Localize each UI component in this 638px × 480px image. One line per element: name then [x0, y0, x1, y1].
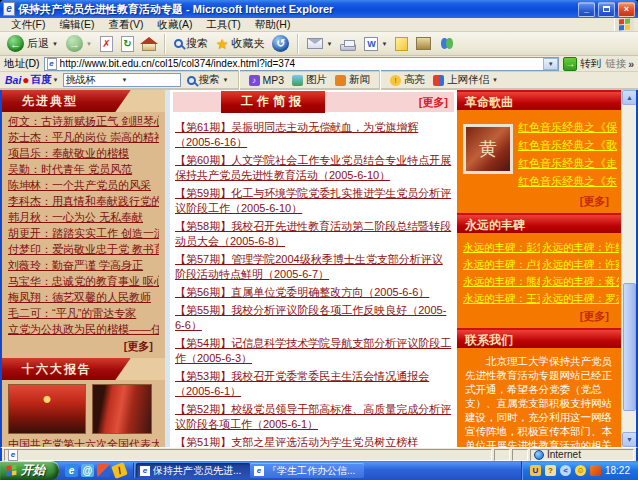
song-link[interactable]: 红色音乐经典之《东方红》 [518, 172, 617, 190]
mail-button[interactable]: ▼ [304, 37, 335, 50]
bulletin-link[interactable]: 【第54期】记信息科学技术学院导航支部分析评议阶段工作（2005-6-3） [175, 336, 452, 366]
address-dropdown-button[interactable]: ▼ [543, 58, 558, 70]
menu-edit[interactable]: 编辑(E) [52, 18, 101, 32]
baidu-images-button[interactable]: 图片 [290, 73, 329, 87]
back-dropdown-icon[interactable]: ▼ [52, 41, 58, 47]
advanced-model-link[interactable]: 陈坤林：一个共产党员的风采 [8, 179, 159, 192]
monument-link[interactable]: 永远的丰碑：许继慎 [542, 239, 619, 256]
baidu-query[interactable]: 挑战杯 [66, 73, 122, 87]
address-input[interactable]: e http://www.bit.edu.cn/col15/col374/ind… [44, 57, 560, 71]
menu-file[interactable]: 文件(F) [4, 18, 52, 32]
menu-view[interactable]: 查看(V) [101, 18, 150, 32]
research-button[interactable] [413, 36, 434, 51]
tray-app-icon[interactable] [590, 465, 601, 476]
baidu-news-button[interactable]: 新闻 [333, 73, 372, 87]
taskbar-task-active[interactable]: e 保持共产党员先进... [136, 463, 250, 478]
bulletin-link[interactable]: 【第56期】直属单位党委明确整改方向（2005-6-6） [175, 285, 452, 300]
song-link[interactable]: 红色音乐经典之《走进新时.. [518, 154, 617, 172]
edit-button[interactable]: W ▼ [361, 36, 390, 52]
baidu-search-input[interactable]: 挑战杯 ▼ [63, 73, 181, 87]
advanced-model-link[interactable]: 胡更开：踏踏实实工作 创造一流业绩 [8, 227, 159, 240]
baidu-input-dropdown-icon[interactable]: ▼ [122, 77, 178, 83]
bulletin-link[interactable]: 【第51期】支部之星评选活动为学生党员树立榜样（2005-5-31） [175, 435, 452, 447]
monument-link[interactable]: 永远的丰碑：彭雪枫 [463, 239, 540, 256]
restore-button[interactable] [598, 2, 615, 17]
bulletin-link[interactable]: 【第57期】管理学院2004级秋季博士生党支部分析评议阶段活动特点鲜明（2005… [175, 252, 452, 282]
monument-link[interactable]: 永远的丰碑：罗亦农 [542, 290, 619, 307]
home-button[interactable] [139, 36, 159, 52]
address-url[interactable]: http://www.bit.edu.cn/col15/col374/index… [60, 58, 295, 69]
bulletin-link[interactable]: 【第53期】我校召开党委常委民主生活会情况通报会（2005-6-1） [175, 369, 452, 399]
print-button[interactable] [337, 36, 359, 52]
monument-link[interactable]: 永远的丰碑：熊雄 [463, 273, 540, 290]
bulletin-more-link[interactable]: [更多] [419, 95, 448, 110]
companion-dropdown-icon[interactable]: ▼ [492, 77, 498, 83]
minimize-button[interactable]: _ [578, 2, 595, 17]
history-button[interactable]: ↺ [269, 34, 292, 53]
quicklaunch-outlook-icon[interactable]: @ [81, 464, 94, 477]
scroll-down-button[interactable]: ▼ [622, 432, 637, 447]
monument-link[interactable]: 永远的丰碑：许家朋 [542, 256, 619, 273]
advanced-model-link[interactable]: 苏士杰：平凡的岗位 崇高的精神 [8, 131, 159, 144]
tray-downloader-icon[interactable]: U [530, 465, 541, 476]
monument-link[interactable]: 永远的丰碑：卢德铭 [463, 256, 540, 273]
advanced-model-link[interactable]: 何文：古诗新赋扬正气 剑胆琴心映晚霞 [8, 115, 159, 128]
monument-link[interactable]: 永远的丰碑：蒋先云 [542, 273, 619, 290]
menu-help[interactable]: 帮助(H) [248, 18, 298, 32]
songs-more-link[interactable]: [更多] [457, 194, 609, 209]
menu-favorites[interactable]: 收藏(A) [150, 18, 199, 32]
baidu-logo-dropdown-icon[interactable]: ▼ [53, 77, 59, 83]
tray-smiley-icon[interactable]: ☺ [575, 465, 586, 476]
search-button[interactable]: 搜索 [171, 35, 211, 52]
baidu-highlight-button[interactable]: ! 高亮 [388, 73, 427, 87]
tray-help-icon[interactable]: ? [545, 465, 556, 476]
taskbar-clock[interactable]: 18:22 [605, 465, 630, 476]
quicklaunch-ie-icon[interactable]: e [65, 464, 78, 477]
advanced-model-link[interactable]: 马宝华：忠诚党的教育事业 呕心沥血五.. [8, 275, 159, 288]
edit-dropdown-icon[interactable]: ▼ [381, 41, 387, 47]
advanced-model-link[interactable]: 刘薇玲：勤奋严谨 学高身正 [8, 259, 159, 272]
go-button[interactable]: → 转到 [563, 57, 601, 71]
bulletin-link[interactable]: 【第60期】人文学院社会工作专业党员结合专业特点开展保持共产党员先进性教育活动（… [175, 153, 452, 183]
quicklaunch-messenger-icon[interactable] [97, 464, 110, 477]
baidu-logo[interactable]: Bai ● 百度 ▼ [5, 73, 59, 87]
mail-dropdown-icon[interactable]: ▼ [326, 41, 332, 47]
stop-button[interactable]: ✗ [97, 35, 116, 53]
song-link[interactable]: 红色音乐经典之《保卫黄河.. [518, 118, 617, 136]
menu-tools[interactable]: 工具(T) [199, 18, 247, 32]
bulletin-link[interactable]: 【第52期】校级党员领导干部高标准、高质量完成分析评议阶段各项工作（2005-6… [175, 402, 452, 432]
bulletin-link[interactable]: 【第58期】我校召开先进性教育活动第二阶段总结暨转段动员大会（2005-6-8） [175, 219, 452, 249]
advanced-model-link[interactable]: 梅凤翔：德艺双馨的人民教师 [8, 291, 159, 304]
baidu-search-dropdown-icon[interactable]: ▼ [223, 77, 229, 83]
advanced-model-link[interactable]: 付梦印：爱岗敬业忠于党 教书育人写青.. [8, 243, 159, 256]
advanced-models-more-link[interactable]: [更多] [2, 339, 153, 354]
links-toolbar[interactable]: 链接 » [605, 57, 634, 71]
congress-report-link[interactable]: 中国共产党第十六次全国代表大会报告（一） [8, 438, 159, 447]
baidu-companion-button[interactable]: 上网伴侣 ▼ [431, 73, 500, 87]
bulletin-link[interactable]: 【第59期】化工与环境学院党委扎实推进学生党员分析评议阶段工作（2005-6-1… [175, 186, 452, 216]
baidu-mp3-button[interactable]: ♪ MP3 [247, 74, 287, 86]
advanced-model-link[interactable]: 立党为公执政为民的楷模——任长霞 [8, 323, 159, 336]
refresh-button[interactable]: ↻ [118, 35, 137, 53]
messenger-button[interactable] [436, 37, 456, 50]
scroll-up-button[interactable]: ▲ [622, 90, 637, 105]
quicklaunch-pen-icon[interactable]: / [111, 462, 128, 479]
vertical-scrollbar[interactable]: ▲ ▼ [621, 90, 636, 447]
tray-collapse-chevron-icon[interactable]: < [560, 465, 571, 476]
bulletin-link[interactable]: 【第55期】我校分析评议阶段各项工作反映良好（2005-6-6） [175, 303, 452, 333]
favorites-button[interactable]: ★ 收藏夹 [213, 35, 268, 53]
monument-more-link[interactable]: [更多] [457, 309, 609, 324]
discuss-button[interactable] [392, 36, 411, 52]
scrollbar-thumb[interactable] [623, 283, 636, 412]
start-button[interactable]: 开始 [0, 461, 59, 480]
close-button[interactable]: × [618, 2, 635, 17]
forward-button[interactable]: → ▼ [63, 34, 95, 53]
advanced-model-link[interactable]: 毛二可：“平凡”的雷达专家 [8, 307, 159, 320]
advanced-model-link[interactable]: 李科杰：用真情和奉献践行党的宗旨 [8, 195, 159, 208]
advanced-model-link[interactable]: 吴勤：时代青年 党员风范 [8, 163, 159, 176]
advanced-model-link[interactable]: 项昌乐：奉献敬业的楷模 [8, 147, 159, 160]
bulletin-link[interactable]: 【第61期】吴振明同志主动无偿献血，为党旗增辉（2005-6-16） [175, 120, 452, 150]
back-button[interactable]: ← 后退 ▼ [4, 34, 61, 53]
taskbar-task[interactable]: e 『学生工作办公信... [250, 463, 364, 478]
song-link[interactable]: 红色音乐经典之《歌唱祖国.. [518, 136, 617, 154]
